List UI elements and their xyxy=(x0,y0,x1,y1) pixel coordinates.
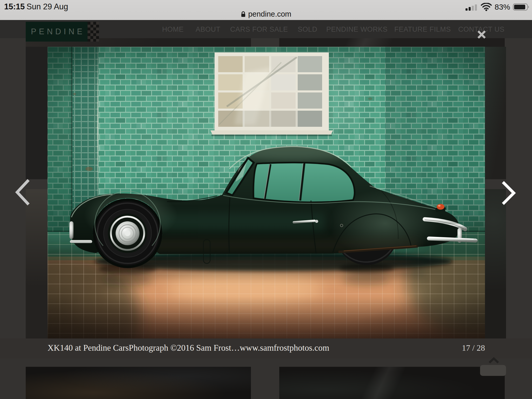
dimmed-thumbnail xyxy=(485,47,506,179)
site-header: PENDINE HOME ABOUT CARS FOR SALE SOLD PE… xyxy=(0,20,532,38)
next-image-button[interactable] xyxy=(500,180,517,206)
lock-icon xyxy=(241,11,246,18)
caption-bar: XK140 at Pendine CarsPhotograph ©2016 Sa… xyxy=(0,338,532,358)
dimmed-panel xyxy=(480,365,506,376)
dimmed-thumbnail xyxy=(485,189,506,338)
status-date: Sun 29 Aug xyxy=(26,2,68,11)
chevron-right-icon xyxy=(500,180,517,206)
dimmed-thumbnail xyxy=(279,367,505,399)
checkered-flag-icon xyxy=(88,22,99,42)
nav-pendine-works: PENDINE WORKS xyxy=(326,25,388,34)
previous-image-button[interactable] xyxy=(12,178,33,207)
battery-icon xyxy=(513,3,529,11)
status-bar: 15:15 Sun 29 Aug pendine.com 83% xyxy=(0,0,532,20)
url-text: pendine.com xyxy=(248,10,291,18)
photo-jaguar-xk140 xyxy=(48,47,485,338)
close-lightbox-button[interactable] xyxy=(476,30,487,40)
nav-feature-films: FEATURE FILMS xyxy=(394,25,451,34)
nav-home: HOME xyxy=(162,25,184,34)
logo-text: PENDINE xyxy=(28,27,85,36)
nav-cars-for-sale: CARS FOR SALE xyxy=(230,25,288,34)
dimmed-thumbnail xyxy=(26,189,48,338)
page-bottom xyxy=(0,358,532,399)
status-icons: 83% xyxy=(466,3,529,11)
cellular-signal-icon xyxy=(466,3,478,11)
nav-about: ABOUT xyxy=(196,25,221,34)
close-icon xyxy=(477,30,486,39)
nav-sold: SOLD xyxy=(298,25,317,34)
dimmed-thumbnail xyxy=(26,47,48,179)
lightbox-backdrop xyxy=(0,38,532,338)
battery-percent: 83% xyxy=(495,3,510,11)
chevron-up-icon xyxy=(488,356,500,364)
ipad-screen: 15:15 Sun 29 Aug pendine.com 83% xyxy=(0,0,532,399)
dimmed-thumbnail xyxy=(26,367,251,399)
dimmed-thumbnail xyxy=(279,38,505,47)
scroll-top-button xyxy=(488,356,500,364)
chevron-left-icon xyxy=(12,178,33,207)
photo-caption: XK140 at Pendine CarsPhotograph ©2016 Sa… xyxy=(48,343,329,353)
site-logo: PENDINE xyxy=(26,22,88,42)
image-counter: 17 / 28 xyxy=(462,343,485,353)
url-bar[interactable]: pendine.com xyxy=(241,10,291,18)
wifi-icon xyxy=(481,3,492,11)
lightbox-photo xyxy=(48,47,485,338)
clock: 15:15 xyxy=(4,2,25,11)
